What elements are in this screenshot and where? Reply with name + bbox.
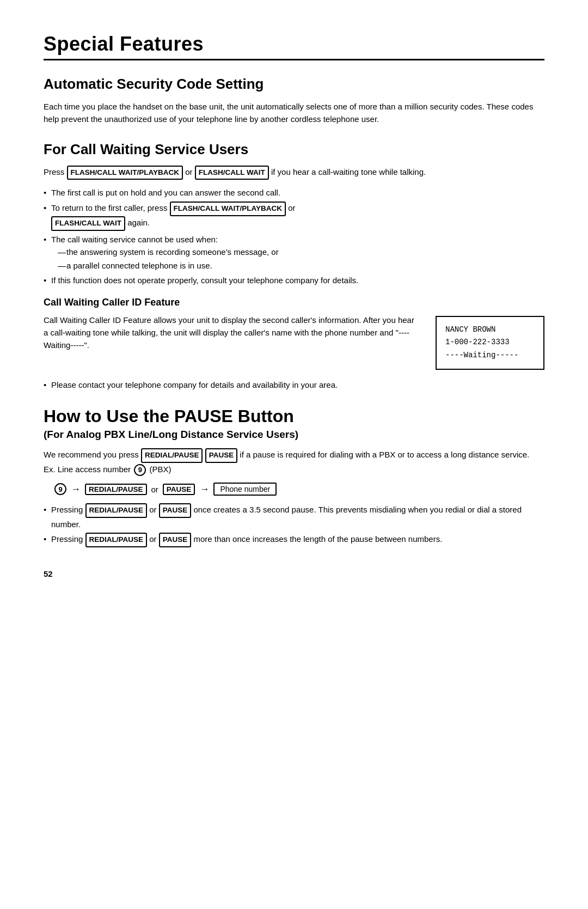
sub-bullet-parallel: a parallel connected telephone is in use… bbox=[51, 259, 544, 272]
bullet-please-contact: Please contact your telephone company fo… bbox=[44, 379, 544, 391]
diagram-or: or bbox=[151, 485, 158, 494]
call-waiting-bullets: The first call is put on hold and you ca… bbox=[44, 186, 544, 286]
or-text2: or bbox=[288, 203, 295, 212]
title-divider bbox=[44, 59, 544, 60]
flash-call-wait-btn2: FLASH/CALL WAIT bbox=[51, 216, 125, 231]
recommend-after: if a pause is required for dialing with … bbox=[240, 450, 529, 459]
flash-call-wait-playback-btn2: FLASH/CALL WAIT/PLAYBACK bbox=[170, 202, 286, 216]
pause-bullets: Pressing REDIAL/PAUSE or PAUSE once crea… bbox=[44, 503, 544, 547]
waiting-code: ----Waiting----- bbox=[44, 328, 409, 350]
again-text: again. bbox=[127, 218, 150, 227]
pause-diagram: 9 → REDIAL/PAUSE or PAUSE → Phone number bbox=[54, 483, 544, 496]
sub-bullet-answering: the answering system is recording someon… bbox=[51, 246, 544, 258]
page-title: Special Features bbox=[44, 33, 544, 56]
pause-button-section: How to Use the PAUSE Button (For Analog … bbox=[44, 406, 544, 547]
ex-pbx: (PBX) bbox=[149, 465, 171, 474]
pause-recommend-text: We recommend you press REDIAL/PAUSE PAUS… bbox=[44, 448, 544, 476]
ex-line: Ex. Line access number bbox=[44, 465, 131, 474]
recommend-before: We recommend you press bbox=[44, 450, 139, 459]
caller-id-line3: ----Waiting----- bbox=[445, 351, 518, 359]
diagram-arrow2: → bbox=[199, 484, 209, 495]
press-after-text: if you hear a call-waiting tone while ta… bbox=[271, 167, 426, 176]
caller-id-subsection: Call Waiting Caller ID Feature Call Wait… bbox=[44, 297, 544, 392]
pause-btn3: PAUSE bbox=[159, 533, 192, 547]
caller-id-body: Call Waiting Caller ID Feature allows yo… bbox=[44, 314, 419, 352]
diagram-arrow1: → bbox=[71, 484, 81, 495]
call-waiting-title: For Call Waiting Service Users bbox=[44, 141, 544, 158]
caller-id-content: Call Waiting Caller ID Feature allows yo… bbox=[44, 314, 544, 370]
phone-number-box: Phone number bbox=[213, 483, 277, 496]
press-text: Press bbox=[44, 167, 64, 176]
sub-bullets: the answering system is recording someon… bbox=[51, 246, 544, 272]
page-number: 52 bbox=[44, 569, 544, 578]
auto-security-body: Each time you place the handset on the b… bbox=[44, 100, 544, 126]
auto-security-section: Automatic Security Code Setting Each tim… bbox=[44, 76, 544, 126]
caller-id-bullets: Please contact your telephone company fo… bbox=[44, 379, 544, 391]
pause-btn1: PAUSE bbox=[205, 448, 238, 463]
caller-id-text: Call Waiting Caller ID Feature allows yo… bbox=[44, 314, 419, 370]
pause-button-title: How to Use the PAUSE Button bbox=[44, 406, 544, 426]
pause-bullet-2: Pressing REDIAL/PAUSE or PAUSE more than… bbox=[44, 533, 544, 547]
bullet-cannot-use: The call waiting service cannot be used … bbox=[44, 233, 544, 272]
call-waiting-section: For Call Waiting Service Users Press FLA… bbox=[44, 141, 544, 392]
caller-id-line1: NANCY BROWN bbox=[445, 325, 495, 334]
pause-button-subtitle: (For Analog PBX Line/Long Distance Servi… bbox=[44, 429, 544, 441]
ex-num-circle: 9 bbox=[134, 464, 146, 476]
bullet-first-call: The first call is put on hold and you ca… bbox=[44, 186, 544, 199]
bullet-not-operate: If this function does not operate proper… bbox=[44, 274, 544, 286]
flash-call-wait-btn1: FLASH/CALL WAIT bbox=[195, 166, 269, 180]
pause-btn2: PAUSE bbox=[159, 503, 192, 518]
diagram-num-circle: 9 bbox=[54, 483, 66, 495]
redial-pause-btn1: REDIAL/PAUSE bbox=[141, 448, 203, 463]
redial-pause-btn2: REDIAL/PAUSE bbox=[85, 503, 148, 518]
bullet-return: To return to the first caller, press FLA… bbox=[44, 202, 544, 231]
or-text1: or bbox=[185, 167, 192, 176]
pause-bullet-1: Pressing REDIAL/PAUSE or PAUSE once crea… bbox=[44, 503, 544, 530]
auto-security-title: Automatic Security Code Setting bbox=[44, 76, 544, 93]
diagram-redial-pause-btn: REDIAL/PAUSE bbox=[85, 484, 147, 495]
redial-pause-btn3: REDIAL/PAUSE bbox=[85, 533, 148, 547]
caller-id-title: Call Waiting Caller ID Feature bbox=[44, 297, 544, 308]
flash-call-wait-playback-btn1: FLASH/CALL WAIT/PLAYBACK bbox=[67, 166, 183, 180]
caller-id-display: NANCY BROWN 1-000-222-3333 ----Waiting--… bbox=[436, 316, 544, 370]
call-waiting-intro: Press FLASH/CALL WAIT/PLAYBACK or FLASH/… bbox=[44, 166, 544, 180]
caller-id-line2: 1-000-222-3333 bbox=[445, 338, 510, 346]
diagram-pause-btn: PAUSE bbox=[163, 484, 195, 495]
